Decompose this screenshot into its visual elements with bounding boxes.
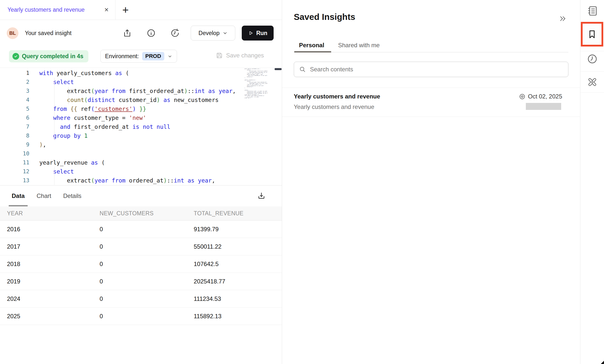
status-bar: Query completed in 4s Environment: PROD … <box>0 46 282 68</box>
code-line[interactable]: 1with yearly_customers as ( <box>0 69 282 78</box>
minimap[interactable]: with yearly_customers as ( select extrac… <box>244 68 267 99</box>
workspace-panel: Yearly customers and revenue ✕ + BL Your… <box>0 0 282 364</box>
table-cell: 91399.79 <box>187 226 282 233</box>
table-cell: 2017 <box>0 243 93 250</box>
tab-data[interactable]: Data <box>9 185 28 206</box>
save-changes-label: Save changes <box>226 52 264 59</box>
tab-details[interactable]: Details <box>60 185 84 206</box>
insight-header: BL Your saved insight Develop Run <box>0 20 282 46</box>
table-row[interactable]: 201902025418.77 <box>0 273 282 290</box>
new-tab-button[interactable]: + <box>116 0 135 20</box>
download-icon[interactable] <box>257 191 266 200</box>
table-cell: 0 <box>93 261 187 268</box>
save-icon <box>216 52 223 59</box>
saved-insight-item[interactable]: Yearly customers and revenue Oct 02, 202… <box>282 88 580 117</box>
develop-button[interactable]: Develop <box>191 26 235 41</box>
code-line[interactable]: 6 where customer_type = 'new' <box>0 113 282 122</box>
minimap-code: with yearly_customers as ( select extrac… <box>244 68 267 99</box>
close-icon[interactable]: ✕ <box>104 7 109 13</box>
save-changes-button[interactable]: Save changes <box>216 52 264 59</box>
dbt-icon[interactable] <box>586 76 598 88</box>
line-number: 13 <box>0 176 29 185</box>
notebook-icon[interactable] <box>586 5 598 17</box>
line-number: 4 <box>0 95 29 104</box>
code-line[interactable]: 4 count(distinct customer_id) as new_cus… <box>0 95 282 104</box>
panel-title: Saved Insights <box>294 12 355 22</box>
insight-header-title: Your saved insight <box>25 30 71 37</box>
search-box[interactable] <box>294 62 568 77</box>
code-line[interactable]: 13 extract(year from ordered_at)::int as… <box>0 176 282 185</box>
code-line[interactable]: 5 from {{ ref('customers') }} <box>0 104 282 113</box>
code-line[interactable]: 3 extract(year from first_ordered_at)::i… <box>0 87 282 95</box>
query-status-badge: Query completed in 4s <box>9 50 88 62</box>
code-line[interactable]: 10 <box>0 149 282 158</box>
saved-insights-panel: Saved Insights Personal Shared with me Y… <box>282 0 580 364</box>
environment-value-chip: PROD <box>142 52 165 60</box>
code-line[interactable]: 2 select <box>0 78 282 87</box>
code-line[interactable]: 12 select <box>0 167 282 176</box>
line-number: 12 <box>0 167 29 176</box>
query-status-text: Query completed in 4s <box>22 53 83 60</box>
collapse-panel-icon[interactable] <box>559 15 566 22</box>
bookmark-icon <box>587 29 597 40</box>
line-number: 5 <box>0 104 29 113</box>
tab-title: Yearly customers and revenue <box>7 6 100 13</box>
results-tab-bar: Data Chart Details <box>0 185 282 206</box>
line-number: 10 <box>0 149 29 158</box>
results-table-body: 2016091399.7920170550011.2220180107642.5… <box>0 221 282 325</box>
rail-divider <box>580 51 604 51</box>
table-cell: 550011.22 <box>187 243 282 250</box>
sql-editor[interactable]: 1with yearly_customers as (2 select3 ext… <box>0 68 282 185</box>
table-cell: 2019 <box>0 278 93 285</box>
tab-chart[interactable]: Chart <box>34 185 54 206</box>
app: Yearly customers and revenue ✕ + BL Your… <box>0 0 604 364</box>
table-row[interactable]: 2016091399.79 <box>0 221 282 238</box>
scrollbar-thumb[interactable] <box>275 68 282 70</box>
search-input[interactable] <box>310 66 563 73</box>
column-header: YEAR <box>0 210 93 217</box>
table-cell: 2025 <box>0 313 93 320</box>
indent-guide <box>54 167 55 185</box>
table-row[interactable]: 20240111234.53 <box>0 290 282 308</box>
avatar: BL <box>7 27 18 39</box>
table-cell: 2024 <box>0 295 93 302</box>
play-icon <box>248 30 253 36</box>
table-row[interactable]: 20170550011.22 <box>0 238 282 255</box>
table-row[interactable]: 20250115892.13 <box>0 308 282 325</box>
table-cell: 0 <box>93 278 187 285</box>
tabs-divider <box>294 52 568 52</box>
line-number: 7 <box>0 122 29 131</box>
bookmarks-rail-button[interactable] <box>581 22 603 46</box>
environment-select[interactable]: Environment: PROD <box>100 50 177 63</box>
tab-shared-with-me[interactable]: Shared with me <box>338 42 380 49</box>
table-cell: 0 <box>93 295 187 302</box>
active-tab-underline <box>294 51 331 52</box>
table-cell: 0 <box>93 226 187 233</box>
tab-bar: Yearly customers and revenue ✕ + <box>0 0 282 20</box>
line-number: 3 <box>0 87 29 95</box>
table-row[interactable]: 20180107642.5 <box>0 255 282 273</box>
tab-personal[interactable]: Personal <box>299 42 324 49</box>
results-table-header: YEARNEW_CUSTOMERSTOTAL_REVENUE <box>0 206 282 221</box>
clock-icon[interactable] <box>587 53 598 65</box>
insight-title: Yearly customers and revenue <box>294 93 380 100</box>
line-number: 11 <box>0 158 29 167</box>
table-cell: 2018 <box>0 261 93 268</box>
rail-divider <box>580 71 604 72</box>
run-button[interactable]: Run <box>242 26 274 41</box>
table-cell: 0 <box>93 313 187 320</box>
code-line[interactable]: 8 group by 1 <box>0 131 282 140</box>
code-line[interactable]: 9), <box>0 140 282 149</box>
code-line[interactable]: 7 and first_ordered_at is not null <box>0 122 282 131</box>
column-header: NEW_CUSTOMERS <box>93 210 187 217</box>
rail-divider <box>580 92 604 93</box>
code-line[interactable]: 11yearly_revenue as ( <box>0 158 282 167</box>
share-icon[interactable] <box>122 28 132 38</box>
table-cell: 107642.5 <box>187 261 282 268</box>
info-icon[interactable] <box>146 28 156 38</box>
chevron-down-icon <box>223 31 228 36</box>
history-icon[interactable] <box>170 28 180 38</box>
right-rail <box>580 0 604 364</box>
tab-yearly-customers[interactable]: Yearly customers and revenue ✕ <box>0 0 116 20</box>
insight-subtitle: Yearly customers and revenue <box>294 103 374 110</box>
